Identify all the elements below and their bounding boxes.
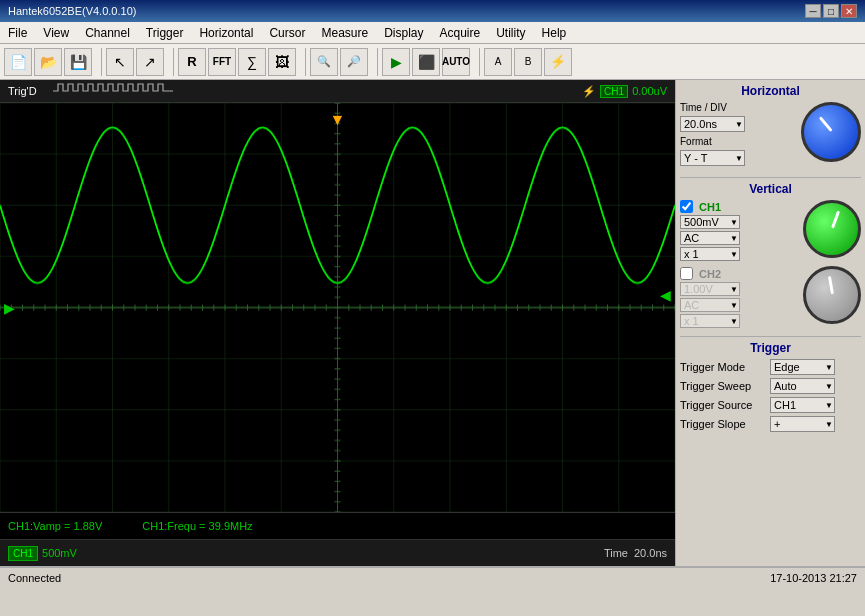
right-panel: Horizontal Time / DIV 20.0ns 10.0ns 50.0…	[675, 80, 865, 566]
time-div-select-row: 20.0ns 10.0ns 50.0ns	[680, 116, 793, 132]
ch1-bottom-label: CH1	[13, 548, 33, 559]
menu-item-acquire[interactable]: Acquire	[432, 22, 489, 43]
probe-button[interactable]: ⚡	[544, 48, 572, 76]
ch1-probe-row: x 1 x 10	[680, 247, 799, 261]
trigger-lightning: ⚡	[582, 85, 596, 98]
format-row: Format	[680, 136, 793, 147]
divider-1	[680, 177, 861, 178]
trigger-mode-wrap: Edge Pulse Video	[770, 359, 835, 375]
menu-item-view[interactable]: View	[35, 22, 77, 43]
vertical-knobs	[803, 200, 861, 324]
trigger-source-row: Trigger Source CH1 CH2 EXT	[680, 397, 861, 413]
ch2-knob-indicator	[827, 276, 833, 294]
ch-a-button[interactable]: A	[484, 48, 512, 76]
menu-item-cursor[interactable]: Cursor	[261, 22, 313, 43]
format-label: Format	[680, 136, 760, 147]
ch2-vertical-knob[interactable]	[803, 266, 861, 324]
ch1-vertical-knob[interactable]	[803, 200, 861, 258]
ch1-volts-label: 500mV	[42, 547, 77, 559]
ch1-coupling-select[interactable]: AC DC GND	[680, 231, 740, 245]
cursor-cross-button[interactable]: ↗	[136, 48, 164, 76]
horizontal-knob[interactable]	[801, 102, 861, 162]
toolbar-sep-1	[96, 48, 102, 76]
trigger-voltage: 0.00uV	[632, 85, 667, 97]
menu-item-measure[interactable]: Measure	[313, 22, 376, 43]
trigger-mode-select[interactable]: Edge Pulse Video	[770, 359, 835, 375]
minimize-button[interactable]: ─	[805, 4, 821, 18]
trigger-source-select[interactable]: CH1 CH2 EXT	[770, 397, 835, 413]
maximize-button[interactable]: □	[823, 4, 839, 18]
close-button[interactable]: ✕	[841, 4, 857, 18]
menu-item-horizontal[interactable]: Horizontal	[191, 22, 261, 43]
trigger-panel-title: Trigger	[680, 341, 861, 355]
ch2-coupling-wrap: AC DC	[680, 298, 740, 312]
menu-item-utility[interactable]: Utility	[488, 22, 533, 43]
ch2-coupling-select[interactable]: AC DC	[680, 298, 740, 312]
menu-item-help[interactable]: Help	[534, 22, 575, 43]
waveform-display: ▼ ▶ ◀	[0, 103, 675, 512]
horizontal-knob-indicator	[818, 116, 832, 132]
trigger-waveform-mini	[53, 81, 173, 101]
trigger-mode-row: Trigger Mode Edge Pulse Video	[680, 359, 861, 375]
time-div-select-wrap: 20.0ns 10.0ns 50.0ns	[680, 116, 745, 132]
trigger-slope-row: Trigger Slope + -	[680, 416, 861, 432]
vamp-measurement: CH1:Vamp = 1.88V	[8, 520, 102, 532]
fft-button[interactable]: FFT	[208, 48, 236, 76]
format-select-wrap: Y - T X - Y	[680, 150, 745, 166]
menu-item-trigger[interactable]: Trigger	[138, 22, 192, 43]
ch1-coupling-wrap: AC DC GND	[680, 231, 740, 245]
ch2-volts-select[interactable]: 1.00V 500mV	[680, 282, 740, 296]
ch2-probe-select[interactable]: x 1	[680, 314, 740, 328]
ch1-label: CH1	[699, 201, 721, 213]
trigger-sweep-wrap: Auto Normal Single	[770, 378, 835, 394]
save-button[interactable]: 💾	[64, 48, 92, 76]
horizontal-knob-container	[801, 102, 861, 162]
zoom-out-button[interactable]: 🔎	[340, 48, 368, 76]
waveform-canvas	[0, 103, 675, 512]
freq-measurement: CH1:Frequ = 39.9MHz	[142, 520, 252, 532]
datetime-label: 17-10-2013 21:27	[770, 572, 857, 584]
run-button[interactable]: ▶	[382, 48, 410, 76]
time-label: Time	[604, 547, 628, 559]
open-button[interactable]: 📂	[34, 48, 62, 76]
stop-button[interactable]: ⬛	[412, 48, 440, 76]
ref-button[interactable]: R	[178, 48, 206, 76]
trigger-sweep-label: Trigger Sweep	[680, 380, 770, 392]
ch1-checkbox[interactable]	[680, 200, 693, 213]
ch2-checkbox[interactable]	[680, 267, 693, 280]
connection-status: Connected	[8, 572, 61, 584]
ch-b-button[interactable]: B	[514, 48, 542, 76]
trigger-sweep-select[interactable]: Auto Normal Single	[770, 378, 835, 394]
ch1-left-marker: ▶	[4, 300, 15, 316]
trigger-info-bar: Trig'D ⚡ CH1 0.00uV	[0, 80, 675, 103]
time-value: 20.0ns	[634, 547, 667, 559]
menu-item-file[interactable]: File	[0, 22, 35, 43]
ch1-volts-select[interactable]: 500mV 200mV 1.00V	[680, 215, 740, 229]
ch1-volts-wrap: 500mV 200mV 1.00V	[680, 215, 740, 229]
zoom-button[interactable]: 🔍	[310, 48, 338, 76]
ch1-knob-indicator	[831, 211, 840, 229]
toolbar-sep-4	[372, 48, 378, 76]
main-area: Trig'D ⚡ CH1 0.00uV ▼ ▶ ◀ CH1:Vamp = 1.8…	[0, 80, 865, 566]
ch1-coupling-row: AC DC GND	[680, 231, 799, 245]
cursor-normal-button[interactable]: ↖	[106, 48, 134, 76]
time-div-label: Time / DIV	[680, 102, 760, 113]
screenshot-button[interactable]: 🖼	[268, 48, 296, 76]
toolbar-sep-2	[168, 48, 174, 76]
math-button[interactable]: ∑	[238, 48, 266, 76]
ch2-coupling-row: AC DC	[680, 298, 799, 312]
ch2-volts-wrap: 1.00V 500mV	[680, 282, 740, 296]
time-div-select[interactable]: 20.0ns 10.0ns 50.0ns	[680, 116, 745, 132]
trigger-slope-select[interactable]: + -	[770, 416, 835, 432]
trigger-slope-label: Trigger Slope	[680, 418, 770, 430]
menu-item-display[interactable]: Display	[376, 22, 431, 43]
auto-button[interactable]: AUTO	[442, 48, 470, 76]
menu-item-channel[interactable]: Channel	[77, 22, 138, 43]
trigger-sweep-row: Trigger Sweep Auto Normal Single	[680, 378, 861, 394]
ch1-probe-wrap: x 1 x 10	[680, 247, 740, 261]
new-button[interactable]: 📄	[4, 48, 32, 76]
ch1-probe-select[interactable]: x 1 x 10	[680, 247, 740, 261]
toolbar-sep-5	[474, 48, 480, 76]
toolbar: 📄 📂 💾 ↖ ↗ R FFT ∑ 🖼 🔍 🔎 ▶ ⬛ AUTO A B ⚡	[0, 44, 865, 80]
format-select[interactable]: Y - T X - Y	[680, 150, 745, 166]
